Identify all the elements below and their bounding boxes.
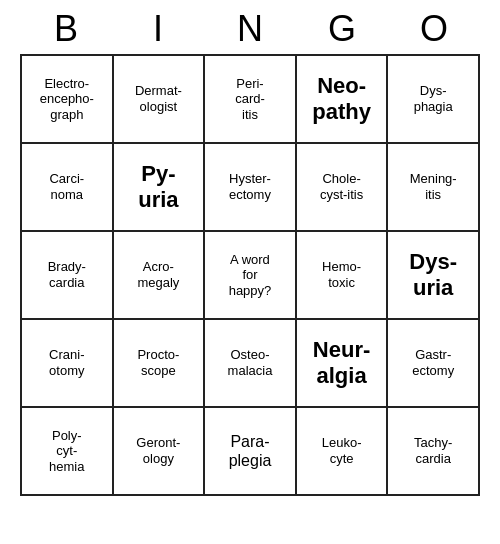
bingo-cell-18: Neur-algia <box>297 320 389 408</box>
header-n: N <box>208 8 292 50</box>
cell-text-22: Para-plegia <box>229 432 272 470</box>
bingo-cell-8: Chole-cyst-itis <box>297 144 389 232</box>
bingo-cell-15: Crani-otomy <box>22 320 114 408</box>
bingo-cell-12: A wordforhappy? <box>205 232 297 320</box>
bingo-cell-19: Gastr-ectomy <box>388 320 480 408</box>
bingo-cell-14: Dys-uria <box>388 232 480 320</box>
cell-text-3: Neo-pathy <box>312 73 371 126</box>
cell-text-6: Py-uria <box>138 161 178 214</box>
cell-text-13: Hemo-toxic <box>322 259 361 290</box>
cell-text-10: Brady-cardia <box>48 259 86 290</box>
bingo-cell-5: Carci-noma <box>22 144 114 232</box>
bingo-cell-7: Hyster-ectomy <box>205 144 297 232</box>
bingo-grid: Electro-encepho-graphDermat-ologistPeri-… <box>20 54 480 496</box>
bingo-cell-0: Electro-encepho-graph <box>22 56 114 144</box>
bingo-cell-17: Osteo-malacia <box>205 320 297 408</box>
bingo-cell-11: Acro-megaly <box>114 232 206 320</box>
cell-text-1: Dermat-ologist <box>135 83 182 114</box>
cell-text-2: Peri-card-itis <box>235 76 265 123</box>
cell-text-0: Electro-encepho-graph <box>40 76 94 123</box>
bingo-cell-2: Peri-card-itis <box>205 56 297 144</box>
bingo-cell-3: Neo-pathy <box>297 56 389 144</box>
bingo-cell-16: Procto-scope <box>114 320 206 408</box>
bingo-cell-21: Geront-ology <box>114 408 206 496</box>
bingo-cell-13: Hemo-toxic <box>297 232 389 320</box>
header-b: B <box>24 8 108 50</box>
header-g: G <box>300 8 384 50</box>
cell-text-9: Mening-itis <box>410 171 457 202</box>
bingo-cell-1: Dermat-ologist <box>114 56 206 144</box>
cell-text-5: Carci-noma <box>49 171 84 202</box>
cell-text-7: Hyster-ectomy <box>229 171 271 202</box>
bingo-cell-24: Tachy-cardia <box>388 408 480 496</box>
cell-text-8: Chole-cyst-itis <box>320 171 363 202</box>
cell-text-19: Gastr-ectomy <box>412 347 454 378</box>
bingo-header: B I N G O <box>20 0 480 54</box>
cell-text-4: Dys-phagia <box>414 83 453 114</box>
cell-text-17: Osteo-malacia <box>228 347 273 378</box>
bingo-cell-22: Para-plegia <box>205 408 297 496</box>
bingo-cell-4: Dys-phagia <box>388 56 480 144</box>
cell-text-18: Neur-algia <box>313 337 370 390</box>
bingo-cell-6: Py-uria <box>114 144 206 232</box>
cell-text-20: Poly-cyt-hemia <box>49 428 84 475</box>
cell-text-12: A wordforhappy? <box>229 252 272 299</box>
cell-text-14: Dys-uria <box>409 249 457 302</box>
cell-text-24: Tachy-cardia <box>414 435 452 466</box>
bingo-cell-9: Mening-itis <box>388 144 480 232</box>
cell-text-23: Leuko-cyte <box>322 435 362 466</box>
cell-text-16: Procto-scope <box>137 347 179 378</box>
bingo-cell-20: Poly-cyt-hemia <box>22 408 114 496</box>
cell-text-21: Geront-ology <box>136 435 180 466</box>
header-i: I <box>116 8 200 50</box>
cell-text-15: Crani-otomy <box>49 347 84 378</box>
bingo-cell-23: Leuko-cyte <box>297 408 389 496</box>
header-o: O <box>392 8 476 50</box>
bingo-cell-10: Brady-cardia <box>22 232 114 320</box>
cell-text-11: Acro-megaly <box>137 259 179 290</box>
